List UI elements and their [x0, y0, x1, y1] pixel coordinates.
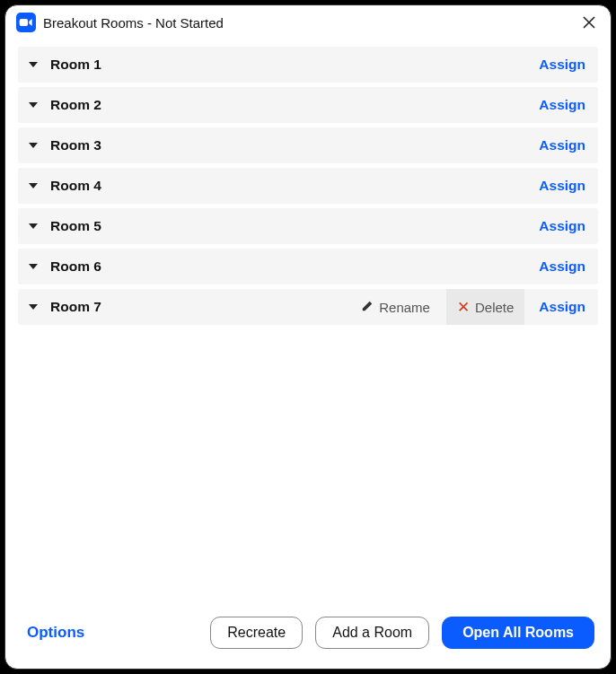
rename-button[interactable]: Rename [350, 289, 441, 325]
close-button[interactable] [580, 13, 598, 31]
room-name: Room 4 [50, 178, 101, 194]
x-icon: ✕ [457, 300, 470, 315]
assign-button[interactable]: Assign [539, 258, 585, 275]
assign-button[interactable]: Assign [539, 97, 585, 113]
titlebar: Breakout Rooms - Not Started [5, 5, 611, 39]
svg-rect-0 [20, 19, 28, 26]
footer: Options Recreate Add a Room Open All Roo… [5, 600, 611, 669]
room-row[interactable]: Room 2Assign [18, 87, 598, 123]
caret-down-icon[interactable] [29, 264, 38, 269]
room-name: Room 5 [50, 218, 101, 234]
room-row[interactable]: Room 7Rename✕DeleteAssign [18, 289, 598, 325]
assign-button[interactable]: Assign [539, 299, 585, 315]
recreate-button[interactable]: Recreate [210, 617, 303, 649]
breakout-rooms-dialog: Breakout Rooms - Not Started Room 1Assig… [4, 4, 612, 670]
assign-button[interactable]: Assign [539, 178, 585, 194]
room-name: Room 3 [50, 137, 101, 153]
caret-down-icon[interactable] [29, 304, 38, 310]
dialog-title: Breakout Rooms - Not Started [43, 15, 573, 31]
delete-button[interactable]: ✕Delete [446, 289, 524, 325]
rename-label: Rename [379, 300, 430, 315]
caret-down-icon[interactable] [29, 223, 38, 229]
add-room-button[interactable]: Add a Room [315, 617, 429, 649]
assign-button[interactable]: Assign [539, 137, 585, 153]
caret-down-icon[interactable] [29, 62, 38, 67]
room-name: Room 7 [50, 299, 101, 315]
room-row[interactable]: Room 6Assign [18, 249, 598, 284]
caret-down-icon[interactable] [29, 102, 38, 108]
room-row[interactable]: Room 4Assign [18, 168, 598, 204]
room-name: Room 2 [50, 97, 101, 113]
room-row[interactable]: Room 5Assign [18, 208, 598, 244]
assign-button[interactable]: Assign [539, 57, 585, 73]
room-row[interactable]: Room 3Assign [18, 127, 598, 163]
delete-label: Delete [475, 300, 514, 315]
assign-button[interactable]: Assign [539, 218, 585, 234]
pencil-icon [361, 300, 374, 315]
caret-down-icon[interactable] [29, 143, 38, 148]
room-name: Room 1 [50, 57, 101, 73]
room-name: Room 6 [50, 258, 101, 275]
room-row[interactable]: Room 1Assign [18, 47, 598, 83]
options-button[interactable]: Options [27, 624, 84, 642]
zoom-icon [16, 13, 36, 32]
rooms-list: Room 1AssignRoom 2AssignRoom 3AssignRoom… [5, 39, 611, 600]
caret-down-icon[interactable] [29, 183, 38, 188]
open-all-rooms-button[interactable]: Open All Rooms [442, 617, 594, 649]
